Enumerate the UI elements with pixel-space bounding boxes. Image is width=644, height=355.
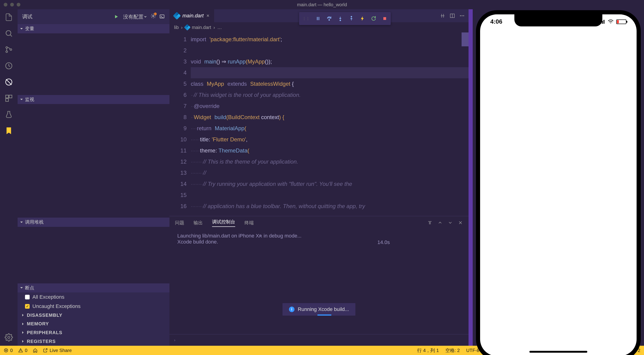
section-breakpoints[interactable]: 断点	[18, 283, 170, 293]
svg-point-1	[6, 47, 8, 49]
iphone-screen[interactable]: 4:06	[480, 14, 636, 355]
tab-problems[interactable]: 问题	[175, 220, 184, 226]
status-home-icon[interactable]	[33, 348, 38, 353]
svg-rect-26	[383, 17, 386, 20]
close-tab-icon[interactable]: ×	[206, 13, 210, 19]
tab-debug-console[interactable]: 调试控制台	[212, 219, 235, 227]
chevron-down-icon	[20, 286, 23, 289]
scm-icon[interactable]	[4, 45, 14, 54]
svg-point-14	[462, 15, 462, 16]
svg-point-0	[6, 31, 11, 36]
chevron-right-icon	[21, 313, 24, 317]
status-position[interactable]: 行 4，列 1	[417, 347, 439, 353]
debug-active-icon[interactable]	[4, 77, 14, 87]
chevron-right-icon: ›	[181, 25, 183, 30]
section-variables[interactable]: 变量	[18, 24, 170, 33]
test-icon[interactable]	[4, 110, 14, 119]
svg-rect-7	[9, 95, 12, 98]
titlebar: main.dart — hello_world	[0, 0, 644, 9]
debug-toolbar[interactable]: ⋮⋮	[299, 12, 391, 25]
section-memory[interactable]: MEMORY	[18, 319, 170, 328]
stop-icon[interactable]	[382, 16, 388, 21]
search-icon[interactable]	[4, 29, 14, 38]
breakpoint-all-exceptions[interactable]: All Exceptions	[18, 292, 170, 302]
code-content[interactable]: import 'package:flutter/material.dart'; …	[191, 33, 468, 216]
debug-console-input[interactable]: ›	[170, 334, 468, 346]
chevron-down-icon	[20, 221, 23, 224]
minimap[interactable]	[462, 33, 468, 46]
svg-rect-8	[6, 99, 8, 102]
debug-icon[interactable]	[4, 61, 14, 71]
chevron-right-icon	[21, 340, 24, 343]
tab-output[interactable]: 输出	[194, 220, 203, 226]
settings-gear-icon[interactable]	[4, 333, 14, 342]
svg-rect-17	[600, 22, 601, 24]
status-encoding[interactable]: UTF-8	[466, 348, 480, 353]
sidebar-title: 调试	[22, 13, 32, 20]
grip-icon[interactable]: ⋮⋮	[302, 17, 310, 21]
checkbox-unchecked[interactable]	[25, 295, 30, 299]
code-editor[interactable]: 1 2 3 4 5 6 7 8 9 10 11 12 13 14 15 16 i…	[170, 33, 468, 216]
checkbox-checked[interactable]: ✓	[25, 304, 30, 309]
bookmark-icon[interactable]	[4, 126, 14, 135]
debug-settings-icon[interactable]	[150, 13, 156, 20]
traffic-min[interactable]	[10, 3, 14, 7]
bottom-panel: 问题 输出 调试控制台 终端 Launching lib/main.dart o…	[170, 216, 468, 346]
debug-sidebar: 调试 没有配置 变量 监视	[18, 9, 170, 346]
section-watch[interactable]: 监视	[18, 95, 170, 104]
svg-point-25	[351, 16, 352, 17]
status-warnings[interactable]: 0	[18, 348, 27, 353]
svg-point-13	[460, 15, 461, 16]
phone-time: 4:06	[490, 18, 502, 25]
traffic-close[interactable]	[4, 3, 8, 7]
status-errors[interactable]: 0	[4, 348, 13, 353]
expand-icon[interactable]	[448, 220, 453, 225]
tab-terminal[interactable]: 终端	[244, 220, 254, 226]
pause-icon[interactable]	[315, 16, 321, 21]
clear-icon[interactable]	[427, 220, 432, 225]
watch-body	[18, 104, 170, 218]
svg-rect-21	[317, 17, 318, 20]
section-peripherals[interactable]: PERIPHERALS	[18, 328, 170, 337]
svg-point-24	[340, 20, 341, 21]
svg-point-10	[152, 15, 154, 17]
close-panel-icon[interactable]	[458, 220, 463, 225]
more-icon[interactable]	[459, 13, 465, 19]
chevron-down-icon	[20, 98, 23, 101]
status-live-share[interactable]: Live Share	[43, 348, 72, 353]
chevron-down-icon	[20, 27, 23, 30]
svg-rect-18	[602, 21, 603, 24]
step-out-icon[interactable]	[348, 16, 354, 21]
status-spaces[interactable]: 空格: 2	[446, 347, 460, 353]
debug-config-select[interactable]: 没有配置	[122, 14, 147, 20]
section-disassembly[interactable]: DISASSEMBLY	[18, 311, 170, 319]
explorer-icon[interactable]	[4, 13, 14, 22]
home-indicator	[530, 351, 587, 353]
collapse-icon[interactable]	[438, 220, 442, 225]
divider-strip	[468, 9, 473, 346]
tab-main-dart[interactable]: main.dart ×	[170, 9, 214, 22]
restart-icon[interactable]	[371, 16, 376, 21]
section-registers[interactable]: REGISTERS	[18, 337, 170, 346]
debug-console-body[interactable]: Launching lib/main.dart on iPhone Xʀ in …	[170, 229, 468, 334]
build-toast: i Running Xcode build...	[282, 303, 355, 316]
svg-rect-16	[599, 23, 600, 24]
svg-rect-19	[604, 20, 604, 24]
split-editor-icon[interactable]	[450, 13, 455, 19]
step-into-icon[interactable]	[338, 16, 343, 21]
compare-icon[interactable]	[440, 13, 446, 19]
info-icon: i	[289, 306, 294, 312]
iphone-frame: 4:06	[476, 10, 641, 355]
start-debug-icon[interactable]	[114, 14, 119, 20]
debug-console-icon[interactable]	[159, 14, 165, 20]
variables-body	[18, 33, 170, 95]
extensions-icon[interactable]	[4, 94, 14, 103]
breakpoint-uncaught-exceptions[interactable]: ✓ Uncaught Exceptions	[18, 302, 170, 311]
battery-icon	[616, 20, 626, 24]
line-gutter: 1 2 3 4 5 6 7 8 9 10 11 12 13 14 15 16	[170, 33, 191, 216]
section-callstack[interactable]: 调用堆栈	[18, 218, 170, 227]
hot-reload-icon[interactable]	[360, 16, 365, 21]
step-over-icon[interactable]	[326, 16, 332, 21]
svg-rect-22	[318, 17, 319, 20]
traffic-max[interactable]	[17, 3, 20, 7]
